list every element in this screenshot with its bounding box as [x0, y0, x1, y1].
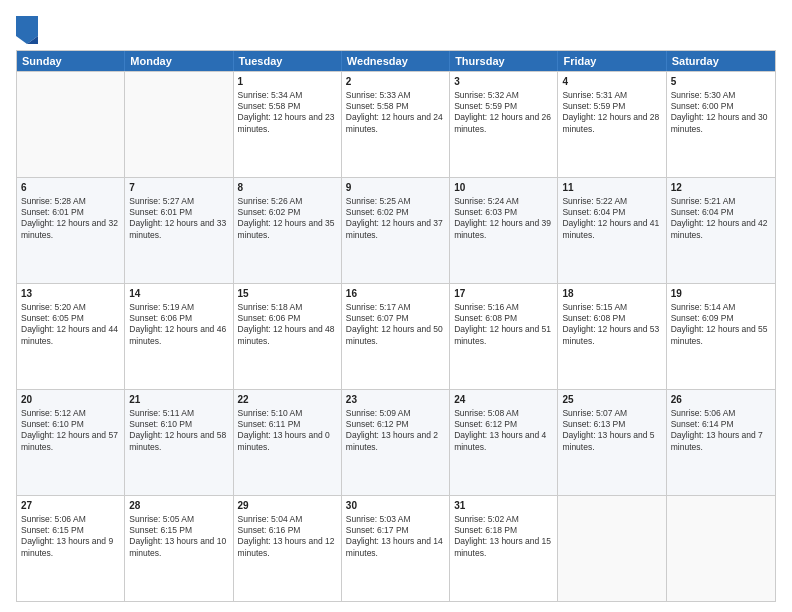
daylight-text: Daylight: 12 hours and 53 minutes.: [562, 324, 659, 345]
sunrise-text: Sunrise: 5:04 AM: [238, 514, 303, 524]
calendar-day-cell: 15Sunrise: 5:18 AMSunset: 6:06 PMDayligh…: [234, 284, 342, 389]
day-number: 11: [562, 181, 661, 195]
sunrise-text: Sunrise: 5:32 AM: [454, 90, 519, 100]
day-number: 26: [671, 393, 771, 407]
day-number: 27: [21, 499, 120, 513]
daylight-text: Daylight: 12 hours and 41 minutes.: [562, 218, 659, 239]
day-number: 9: [346, 181, 445, 195]
calendar-day-cell: 30Sunrise: 5:03 AMSunset: 6:17 PMDayligh…: [342, 496, 450, 601]
sunrise-text: Sunrise: 5:25 AM: [346, 196, 411, 206]
sunrise-text: Sunrise: 5:33 AM: [346, 90, 411, 100]
day-number: 20: [21, 393, 120, 407]
sunset-text: Sunset: 5:59 PM: [562, 101, 625, 111]
calendar-header: SundayMondayTuesdayWednesdayThursdayFrid…: [17, 51, 775, 71]
calendar-day-cell: 7Sunrise: 5:27 AMSunset: 6:01 PMDaylight…: [125, 178, 233, 283]
day-number: 13: [21, 287, 120, 301]
sunset-text: Sunset: 6:05 PM: [21, 313, 84, 323]
sunrise-text: Sunrise: 5:11 AM: [129, 408, 194, 418]
weekday-header: Sunday: [17, 51, 125, 71]
daylight-text: Daylight: 12 hours and 48 minutes.: [238, 324, 335, 345]
calendar-day-cell: 4Sunrise: 5:31 AMSunset: 5:59 PMDaylight…: [558, 72, 666, 177]
day-number: 22: [238, 393, 337, 407]
day-number: 25: [562, 393, 661, 407]
sunset-text: Sunset: 6:10 PM: [21, 419, 84, 429]
daylight-text: Daylight: 12 hours and 26 minutes.: [454, 112, 551, 133]
daylight-text: Daylight: 12 hours and 51 minutes.: [454, 324, 551, 345]
sunset-text: Sunset: 6:08 PM: [454, 313, 517, 323]
sunrise-text: Sunrise: 5:22 AM: [562, 196, 627, 206]
sunset-text: Sunset: 6:01 PM: [21, 207, 84, 217]
sunset-text: Sunset: 6:15 PM: [129, 525, 192, 535]
daylight-text: Daylight: 12 hours and 44 minutes.: [21, 324, 118, 345]
sunrise-text: Sunrise: 5:12 AM: [21, 408, 86, 418]
calendar-day-cell: 25Sunrise: 5:07 AMSunset: 6:13 PMDayligh…: [558, 390, 666, 495]
weekday-header: Friday: [558, 51, 666, 71]
day-number: 19: [671, 287, 771, 301]
sunset-text: Sunset: 6:11 PM: [238, 419, 301, 429]
day-number: 1: [238, 75, 337, 89]
daylight-text: Daylight: 12 hours and 39 minutes.: [454, 218, 551, 239]
day-number: 24: [454, 393, 553, 407]
daylight-text: Daylight: 13 hours and 9 minutes.: [21, 536, 113, 557]
daylight-text: Daylight: 12 hours and 23 minutes.: [238, 112, 335, 133]
sunrise-text: Sunrise: 5:05 AM: [129, 514, 194, 524]
sunrise-text: Sunrise: 5:28 AM: [21, 196, 86, 206]
calendar-day-cell: 13Sunrise: 5:20 AMSunset: 6:05 PMDayligh…: [17, 284, 125, 389]
daylight-text: Daylight: 13 hours and 15 minutes.: [454, 536, 551, 557]
daylight-text: Daylight: 13 hours and 12 minutes.: [238, 536, 335, 557]
daylight-text: Daylight: 13 hours and 2 minutes.: [346, 430, 438, 451]
calendar-body: 1Sunrise: 5:34 AMSunset: 5:58 PMDaylight…: [17, 71, 775, 601]
daylight-text: Daylight: 12 hours and 42 minutes.: [671, 218, 768, 239]
daylight-text: Daylight: 13 hours and 4 minutes.: [454, 430, 546, 451]
sunset-text: Sunset: 6:13 PM: [562, 419, 625, 429]
day-number: 21: [129, 393, 228, 407]
calendar-day-cell: 29Sunrise: 5:04 AMSunset: 6:16 PMDayligh…: [234, 496, 342, 601]
sunrise-text: Sunrise: 5:17 AM: [346, 302, 411, 312]
calendar-empty-cell: [558, 496, 666, 601]
calendar-day-cell: 23Sunrise: 5:09 AMSunset: 6:12 PMDayligh…: [342, 390, 450, 495]
day-number: 16: [346, 287, 445, 301]
sunrise-text: Sunrise: 5:30 AM: [671, 90, 736, 100]
calendar-row: 6Sunrise: 5:28 AMSunset: 6:01 PMDaylight…: [17, 177, 775, 283]
calendar-day-cell: 14Sunrise: 5:19 AMSunset: 6:06 PMDayligh…: [125, 284, 233, 389]
daylight-text: Daylight: 12 hours and 58 minutes.: [129, 430, 226, 451]
day-number: 29: [238, 499, 337, 513]
logo-icon: [16, 16, 38, 44]
day-number: 12: [671, 181, 771, 195]
day-number: 28: [129, 499, 228, 513]
daylight-text: Daylight: 12 hours and 30 minutes.: [671, 112, 768, 133]
sunset-text: Sunset: 6:10 PM: [129, 419, 192, 429]
weekday-header: Thursday: [450, 51, 558, 71]
calendar-day-cell: 2Sunrise: 5:33 AMSunset: 5:58 PMDaylight…: [342, 72, 450, 177]
sunset-text: Sunset: 6:18 PM: [454, 525, 517, 535]
day-number: 10: [454, 181, 553, 195]
daylight-text: Daylight: 12 hours and 55 minutes.: [671, 324, 768, 345]
daylight-text: Daylight: 12 hours and 46 minutes.: [129, 324, 226, 345]
calendar-day-cell: 10Sunrise: 5:24 AMSunset: 6:03 PMDayligh…: [450, 178, 558, 283]
day-number: 31: [454, 499, 553, 513]
sunset-text: Sunset: 6:08 PM: [562, 313, 625, 323]
day-number: 30: [346, 499, 445, 513]
daylight-text: Daylight: 12 hours and 35 minutes.: [238, 218, 335, 239]
sunrise-text: Sunrise: 5:34 AM: [238, 90, 303, 100]
sunrise-text: Sunrise: 5:08 AM: [454, 408, 519, 418]
sunset-text: Sunset: 6:02 PM: [346, 207, 409, 217]
daylight-text: Daylight: 12 hours and 33 minutes.: [129, 218, 226, 239]
sunset-text: Sunset: 6:02 PM: [238, 207, 301, 217]
sunrise-text: Sunrise: 5:07 AM: [562, 408, 627, 418]
calendar-day-cell: 18Sunrise: 5:15 AMSunset: 6:08 PMDayligh…: [558, 284, 666, 389]
calendar-day-cell: 8Sunrise: 5:26 AMSunset: 6:02 PMDaylight…: [234, 178, 342, 283]
calendar-day-cell: 28Sunrise: 5:05 AMSunset: 6:15 PMDayligh…: [125, 496, 233, 601]
sunrise-text: Sunrise: 5:03 AM: [346, 514, 411, 524]
calendar-empty-cell: [125, 72, 233, 177]
sunrise-text: Sunrise: 5:24 AM: [454, 196, 519, 206]
calendar-day-cell: 5Sunrise: 5:30 AMSunset: 6:00 PMDaylight…: [667, 72, 775, 177]
day-number: 8: [238, 181, 337, 195]
day-number: 18: [562, 287, 661, 301]
daylight-text: Daylight: 13 hours and 10 minutes.: [129, 536, 226, 557]
daylight-text: Daylight: 12 hours and 50 minutes.: [346, 324, 443, 345]
sunrise-text: Sunrise: 5:18 AM: [238, 302, 303, 312]
sunrise-text: Sunrise: 5:16 AM: [454, 302, 519, 312]
calendar-day-cell: 26Sunrise: 5:06 AMSunset: 6:14 PMDayligh…: [667, 390, 775, 495]
logo: [16, 16, 42, 44]
